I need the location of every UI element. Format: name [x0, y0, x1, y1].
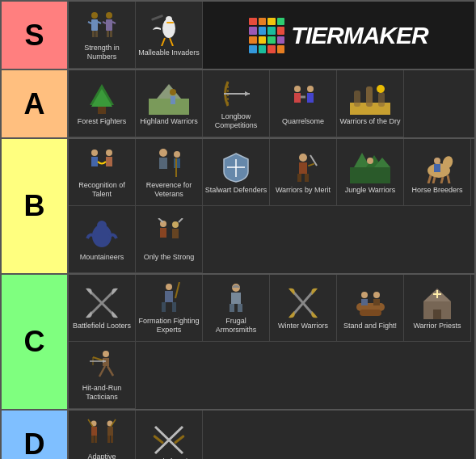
item-winter-warriors[interactable]: Winter Warriors [270, 275, 337, 342]
logo-text: TiERMAKER [291, 22, 428, 49]
svg-rect-90 [360, 310, 381, 316]
logo-cell-5 [249, 27, 257, 35]
item-highland-warriors[interactable]: Highland Warriors [136, 70, 203, 137]
svg-rect-81 [172, 302, 176, 312]
item-swords-hire[interactable]: Swords for Hire [136, 411, 203, 459]
svg-line-15 [162, 38, 165, 46]
logo-cell-13 [249, 45, 257, 53]
logo-grid [249, 18, 284, 53]
svg-rect-39 [91, 157, 98, 166]
veteran-icon [148, 145, 190, 179]
svg-line-107 [107, 366, 113, 376]
svg-rect-85 [230, 304, 234, 312]
logo-cell-1 [249, 18, 257, 26]
svg-rect-43 [159, 158, 167, 169]
svg-rect-50 [299, 162, 307, 174]
item-jungle-warriors[interactable]: Jungle Warriors [337, 139, 404, 206]
item-recognition-talent[interactable]: Recognition of Talent [69, 139, 136, 206]
a-tier-row: A Forest Fighters [2, 70, 474, 139]
item-label-frugal: Frugal Armorsmiths [204, 317, 267, 335]
item-label-formation: Formation Fighting Experts [137, 317, 200, 335]
strong-icon [148, 217, 190, 251]
item-label-highland: Highland Warriors [140, 117, 198, 126]
svg-marker-27 [245, 91, 250, 96]
bird-icon [148, 13, 190, 47]
svg-line-2 [88, 22, 91, 23]
logo-cell-4 [277, 18, 285, 26]
item-mountaineers[interactable]: Mountaineers [69, 206, 136, 273]
tier-label-s: S [2, 2, 69, 69]
svg-rect-7 [106, 19, 112, 31]
svg-line-16 [170, 38, 173, 46]
item-longbow-competitions[interactable]: Longbow Competitions [203, 70, 270, 137]
svg-point-100 [103, 351, 109, 357]
tier-label-d: D [2, 411, 69, 459]
svg-line-72 [158, 218, 163, 222]
item-label-strong: Only the Strong [144, 253, 195, 262]
item-label-merit: Warriors by Merit [276, 186, 331, 195]
svg-rect-4 [92, 31, 95, 37]
svg-rect-35 [366, 86, 373, 107]
svg-point-49 [299, 154, 307, 162]
item-reverence-veterans[interactable]: Reverence for Veterans [136, 139, 203, 206]
svg-line-9 [112, 22, 116, 23]
formation-icon [148, 281, 190, 315]
item-stalwart-defenders[interactable]: Stalwart Defenders [203, 139, 270, 206]
item-warriors-dry[interactable]: Warriors of the Dry [337, 70, 404, 137]
item-malleable-invaders[interactable]: Malleable Invaders [136, 2, 203, 69]
svg-rect-34 [354, 91, 360, 107]
item-frugal-armorsmiths[interactable]: Frugal Armorsmiths [203, 275, 270, 342]
svg-rect-54 [308, 162, 314, 166]
item-battlefield-looters[interactable]: Battlefield Looters [69, 275, 136, 342]
item-adaptive-skirmishers[interactable]: Adaptive Skirmishers [69, 411, 136, 459]
svg-rect-79 [165, 291, 173, 302]
svg-rect-14 [166, 22, 174, 23]
svg-line-65 [448, 175, 449, 183]
item-horse-breeders[interactable]: Horse Breeders [404, 139, 471, 206]
svg-point-30 [307, 86, 314, 92]
svg-rect-112 [95, 436, 97, 443]
item-warrior-priests[interactable]: Warrior Priests [404, 275, 471, 342]
jungle-icon [349, 150, 391, 184]
svg-point-69 [97, 221, 107, 230]
c-tier-items: Battlefield Looters Formation Fighting E… [69, 275, 474, 409]
svg-point-13 [166, 16, 172, 23]
item-warriors-merit[interactable]: Warriors by Merit [270, 139, 337, 206]
item-strength-in-numbers[interactable]: Strength in Numbers [69, 2, 136, 69]
tier-label-c: C [2, 275, 69, 409]
logo-cell-10 [259, 36, 267, 44]
item-label-standfight: Stand and Fight! [343, 322, 397, 331]
b-tier-row: B Recognition of Talent [2, 139, 474, 275]
horse-icon [416, 150, 458, 184]
logo-cell-6 [259, 27, 267, 35]
item-forest-fighters[interactable]: Forest Fighters [69, 70, 136, 137]
item-stand-fight[interactable]: Stand and Fight! [337, 275, 404, 342]
svg-rect-92 [361, 299, 368, 305]
armorsmith-icon [215, 281, 257, 315]
svg-rect-36 [378, 92, 385, 107]
item-quarrelsome[interactable]: Quarrelsome [270, 70, 337, 137]
svg-rect-109 [91, 427, 97, 436]
handshake-icon [81, 145, 123, 179]
item-label-reverence: Reverence for Veterans [137, 181, 200, 199]
item-label-battlefield: Battlefield Looters [73, 322, 131, 331]
svg-point-6 [106, 12, 112, 19]
item-only-strong[interactable]: Only the Strong [136, 206, 203, 273]
svg-rect-116 [107, 436, 110, 443]
svg-rect-10 [107, 31, 109, 37]
svg-rect-5 [95, 31, 98, 37]
svg-rect-11 [110, 31, 112, 37]
logo-cell-15 [267, 45, 276, 53]
d-tier-row: D [2, 411, 474, 459]
svg-rect-97 [433, 310, 441, 319]
svg-line-8 [103, 22, 106, 23]
item-label-skirmish: Adaptive Skirmishers [70, 453, 133, 459]
swords-icon [148, 422, 190, 456]
item-formation-fighting[interactable]: Formation Fighting Experts [136, 275, 203, 342]
highland-icon [148, 82, 190, 116]
item-label-recognition: Recognition of Talent [70, 181, 133, 199]
svg-rect-17 [151, 14, 163, 20]
item-label-priests: Warrior Priests [413, 322, 461, 331]
item-hit-run[interactable]: Hit-and-Run Tacticians [69, 342, 136, 409]
svg-line-102 [93, 357, 103, 360]
